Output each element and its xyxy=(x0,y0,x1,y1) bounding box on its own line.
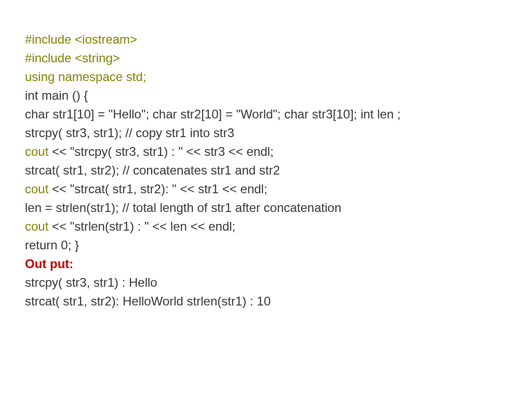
output-line-1: strcpy( str3, str1) : Hello xyxy=(25,273,507,292)
code-cout-strcat: cout << "strcat( str1, str2): " << str1 … xyxy=(25,180,507,198)
code-include-1: #include <iostream> xyxy=(25,30,507,49)
cout-keyword-2: cout xyxy=(25,182,48,196)
cout-rest-3: << "strlen(str1) : " << len << endl; xyxy=(48,219,235,233)
code-strcat: strcat( str1, str2); // concatenates str… xyxy=(25,161,507,180)
slide-content: #include <iostream> #include <string> us… xyxy=(0,0,532,311)
code-using-namespace: using namespace std; xyxy=(25,68,507,86)
code-strcpy: strcpy( str3, str1); // copy str1 into s… xyxy=(25,124,507,142)
output-line-2: strcat( str1, str2): HelloWorld strlen(s… xyxy=(25,292,507,311)
cout-rest-1: << "strcpy( str3, str1) : " << str3 << e… xyxy=(48,144,273,158)
cout-keyword-1: cout xyxy=(25,144,48,158)
code-main-decl: int main () { xyxy=(25,86,507,105)
cout-keyword-3: cout xyxy=(25,219,48,233)
cout-rest-2: << "strcat( str1, str2): " << str1 << en… xyxy=(48,182,267,196)
code-cout-strlen: cout << "strlen(str1) : " << len << endl… xyxy=(25,217,507,236)
code-strlen: len = strlen(str1); // total length of s… xyxy=(25,198,507,217)
code-include-2: #include <string> xyxy=(25,49,507,68)
code-declarations: char str1[10] = "Hello"; char str2[10] =… xyxy=(25,105,507,124)
code-return: return 0; } xyxy=(25,236,507,255)
output-label: Out put: xyxy=(25,255,507,273)
code-cout-strcpy: cout << "strcpy( str3, str1) : " << str3… xyxy=(25,142,507,161)
